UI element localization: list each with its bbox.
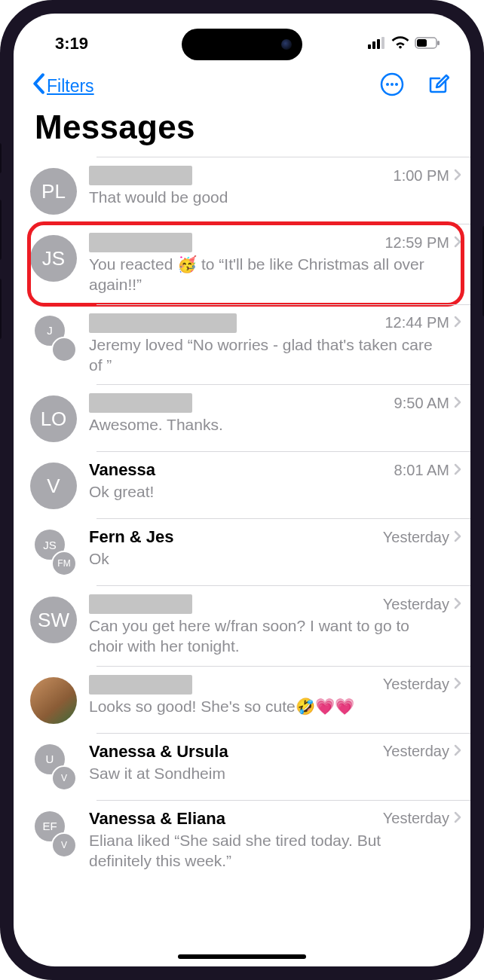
row-meta: Yesterday — [383, 529, 461, 546]
status-time: 3:19 — [55, 34, 88, 53]
compose-button[interactable] — [427, 73, 449, 99]
conversation-name: Fern & Jes — [89, 527, 174, 547]
conversation-row[interactable]: SW████████YesterdayCan you get here w/fr… — [14, 585, 470, 666]
message-preview: Jeremy loved “No worries - glad that's t… — [89, 334, 461, 376]
timestamp: Yesterday — [383, 529, 449, 546]
timestamp: 12:59 PM — [384, 234, 449, 252]
divider — [96, 157, 470, 157]
row-body: ████ & ██████12:44 PMJeremy loved “No wo… — [89, 313, 461, 376]
row-meta: 12:59 PM — [384, 234, 461, 252]
row-meta: 9:50 AM — [394, 395, 461, 412]
conversation-list: PL████████1:00 PMThat would be goodJS███… — [14, 157, 470, 880]
avatar-photo — [30, 677, 77, 724]
conversation-name: ████████ — [89, 594, 192, 614]
row-meta: 8:01 AM — [394, 462, 461, 479]
conversation-row[interactable]: EFVVanessa & ElianaYesterdayEliana liked… — [14, 800, 470, 881]
message-preview: Ok — [89, 548, 461, 569]
chevron-right-icon — [454, 167, 461, 185]
svg-rect-5 — [417, 39, 427, 47]
conversation-name: ████████ — [89, 166, 192, 185]
conversation-row[interactable]: LO████████9:50 AMAwesome. Thanks. — [14, 384, 470, 451]
timestamp: Yesterday — [383, 743, 449, 760]
message-preview: Saw it at Sondheim — [89, 763, 461, 783]
wifi-icon — [391, 34, 409, 53]
message-preview: Awesome. Thanks. — [89, 414, 461, 435]
message-preview: Can you get here w/fran soon? I want to … — [89, 615, 461, 657]
avatar-group: EFV — [30, 811, 77, 858]
home-indicator — [178, 954, 306, 959]
row-header: ████████Yesterday — [89, 675, 461, 695]
avatar-group: UV — [30, 744, 77, 791]
divider — [96, 384, 470, 385]
row-header: ████ & ██████12:44 PM — [89, 313, 461, 333]
cellular-icon — [368, 34, 386, 53]
row-header: ████████12:59 PM — [89, 233, 461, 252]
dynamic-island — [182, 29, 302, 60]
row-body: ████████YesterdayLooks so good! She's so… — [89, 675, 461, 716]
back-button[interactable]: Filters — [32, 73, 94, 99]
chevron-right-icon — [454, 810, 461, 827]
avatar: FM — [51, 551, 77, 576]
row-body: Vanessa & UrsulaYesterdaySaw it at Sondh… — [89, 742, 461, 783]
conversation-row[interactable]: PL████████1:00 PMThat would be good — [14, 157, 470, 224]
divider — [96, 733, 470, 734]
more-button[interactable] — [380, 72, 404, 99]
row-body: Vanessa8:01 AMOk great! — [89, 460, 461, 502]
device-frame: 3:19 Filters — [0, 0, 484, 980]
divider — [96, 518, 470, 519]
row-header: Fern & JesYesterday — [89, 527, 461, 547]
mute-switch — [0, 143, 2, 173]
conversation-name: ████████ — [89, 233, 192, 252]
row-body: ████████12:59 PMYou reacted 🥳 to “It'll … — [89, 233, 461, 295]
avatar-group: JSFM — [30, 530, 77, 576]
conversation-name: ████ & ██████ — [89, 313, 237, 333]
svg-rect-3 — [381, 37, 384, 49]
divider — [96, 304, 470, 305]
avatar: V — [30, 463, 77, 509]
avatar: LO — [30, 395, 77, 442]
svg-rect-0 — [368, 44, 371, 49]
chevron-left-icon — [32, 73, 45, 99]
conversation-row[interactable]: JSFMFern & JesYesterdayOk — [14, 518, 470, 585]
divider — [96, 224, 470, 224]
avatar: V — [51, 765, 77, 791]
divider — [96, 451, 470, 452]
row-meta: Yesterday — [383, 676, 461, 693]
conversation-name: ████████ — [89, 675, 192, 695]
chevron-right-icon — [454, 462, 461, 479]
conversation-row[interactable]: VVanessa8:01 AMOk great! — [14, 451, 470, 518]
svg-point-9 — [391, 83, 394, 86]
row-body: ████████YesterdayCan you get here w/fran… — [89, 594, 461, 657]
row-header: Vanessa & UrsulaYesterday — [89, 742, 461, 762]
timestamp: 9:50 AM — [394, 395, 449, 412]
row-body: Fern & JesYesterdayOk — [89, 527, 461, 569]
timestamp: 1:00 PM — [394, 167, 449, 185]
divider — [96, 585, 470, 586]
chevron-right-icon — [454, 234, 461, 252]
avatar: V — [51, 832, 77, 858]
chevron-right-icon — [454, 596, 461, 613]
row-header: ████████Yesterday — [89, 594, 461, 614]
conversation-row[interactable]: JS████████12:59 PMYou reacted 🥳 to “It'l… — [14, 224, 470, 304]
chevron-right-icon — [454, 676, 461, 693]
chevron-right-icon — [454, 314, 461, 331]
conversation-name: Vanessa — [89, 460, 155, 480]
page-title: Messages — [14, 105, 470, 157]
timestamp: Yesterday — [383, 676, 449, 693]
svg-rect-1 — [372, 41, 375, 49]
conversation-name: Vanessa & Eliana — [89, 809, 225, 829]
chevron-right-icon — [454, 743, 461, 760]
back-label: Filters — [47, 76, 94, 96]
message-preview: That would be good — [89, 187, 461, 207]
row-body: ████████9:50 AMAwesome. Thanks. — [89, 393, 461, 435]
row-header: ████████1:00 PM — [89, 166, 461, 185]
conversation-row[interactable]: J████ & ██████12:44 PMJeremy loved “No w… — [14, 304, 470, 385]
avatar-group: J — [30, 316, 77, 362]
conversation-row[interactable]: ████████YesterdayLooks so good! She's so… — [14, 666, 470, 733]
svg-point-10 — [395, 83, 398, 86]
screen: 3:19 Filters — [14, 14, 470, 966]
message-preview: Looks so good! She's so cute🤣💗💗 — [89, 696, 461, 716]
conversation-row[interactable]: UVVanessa & UrsulaYesterdaySaw it at Son… — [14, 733, 470, 800]
svg-point-8 — [386, 83, 389, 86]
row-header: ████████9:50 AM — [89, 393, 461, 413]
